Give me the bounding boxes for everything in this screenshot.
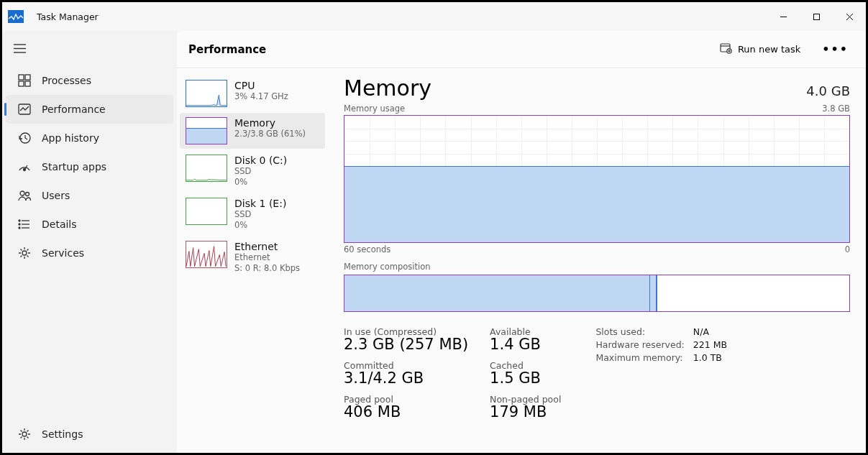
users-icon bbox=[17, 188, 32, 203]
more-options-button[interactable]: ••• bbox=[816, 40, 854, 59]
stat-value: 1.4 GB bbox=[490, 336, 561, 353]
mini-sub: 0% bbox=[234, 220, 286, 231]
sidebar-item-services[interactable]: Services bbox=[6, 239, 173, 267]
resource-list: CPU 3% 4.17 GHz Memory 2.3/3.8 GB (61%) bbox=[177, 68, 328, 453]
mini-title: Disk 1 (E:) bbox=[234, 198, 286, 209]
sidebar-item-processes[interactable]: Processes bbox=[6, 66, 173, 95]
window: Task Manager Processes Performance App h… bbox=[2, 2, 866, 453]
svg-rect-9 bbox=[25, 75, 30, 80]
stat-label: Slots used: bbox=[595, 326, 684, 337]
stat-label: Hardware reserved: bbox=[595, 339, 684, 350]
app-title: Task Manager bbox=[37, 12, 99, 22]
mini-sub: Ethernet bbox=[234, 252, 300, 263]
gear-icon bbox=[17, 246, 32, 260]
sidebar-item-label: Users bbox=[42, 190, 70, 201]
svg-point-23 bbox=[19, 227, 20, 229]
x-axis-left: 60 seconds bbox=[344, 244, 390, 254]
content-header: Performance Run new task ••• bbox=[177, 31, 866, 68]
titlebar: Task Manager bbox=[2, 2, 866, 31]
sidebar-item-users[interactable]: Users bbox=[6, 181, 173, 210]
stat-value: 3.1/4.2 GB bbox=[344, 369, 468, 387]
svg-point-15 bbox=[24, 169, 26, 171]
stat-value: N/A bbox=[693, 326, 727, 337]
svg-point-22 bbox=[19, 224, 20, 225]
maximize-button[interactable] bbox=[800, 5, 833, 28]
usage-max: 3.8 GB bbox=[822, 104, 850, 114]
app-icon bbox=[8, 10, 24, 23]
detail-title: Memory bbox=[344, 75, 431, 101]
svg-rect-10 bbox=[19, 81, 24, 86]
mini-title: CPU bbox=[234, 80, 288, 91]
memory-stats-right: Slots used: N/A Hardware reserved: 221 M… bbox=[595, 326, 727, 420]
svg-point-21 bbox=[19, 220, 20, 221]
svg-point-16 bbox=[20, 191, 24, 196]
mini-sub: SSD bbox=[234, 166, 287, 177]
disk1-mini-chart bbox=[186, 198, 227, 225]
sidebar-item-label: Processes bbox=[42, 75, 91, 86]
close-button[interactable] bbox=[833, 5, 866, 28]
resource-item-memory[interactable]: Memory 2.3/3.8 GB (61%) bbox=[180, 113, 325, 149]
mini-sub: 0% bbox=[234, 177, 287, 188]
stat-value: 179 MB bbox=[490, 403, 561, 420]
sidebar-item-details[interactable]: Details bbox=[6, 210, 173, 239]
svg-rect-11 bbox=[25, 81, 30, 86]
disk0-mini-chart bbox=[186, 155, 227, 182]
minimize-button[interactable] bbox=[767, 5, 800, 28]
gauge-icon bbox=[17, 160, 32, 174]
memory-usage-chart bbox=[344, 115, 850, 243]
mini-sub: SSD bbox=[234, 209, 286, 220]
cpu-mini-chart bbox=[186, 80, 227, 107]
hamburger-button[interactable] bbox=[2, 34, 37, 63]
performance-icon bbox=[17, 102, 32, 116]
svg-rect-2 bbox=[813, 14, 819, 19]
memory-stats-left: In use (Compressed) 2.3 GB (257 MB) Avai… bbox=[344, 326, 561, 420]
sidebar-item-label: Performance bbox=[42, 104, 106, 115]
mini-sub: 3% 4.17 GHz bbox=[234, 91, 288, 102]
sidebar-item-performance[interactable]: Performance bbox=[6, 95, 173, 124]
history-icon bbox=[17, 131, 32, 145]
resource-item-ethernet[interactable]: Ethernet Ethernet S: 0 R: 8.0 Kbps bbox=[180, 236, 325, 278]
sidebar-item-label: Services bbox=[42, 247, 84, 259]
memory-mini-chart bbox=[186, 117, 227, 144]
stat-value: 1.5 GB bbox=[490, 369, 561, 387]
resource-item-disk0[interactable]: Disk 0 (C:) SSD 0% bbox=[180, 150, 325, 192]
resource-item-disk1[interactable]: Disk 1 (E:) SSD 0% bbox=[180, 193, 325, 235]
ethernet-mini-chart bbox=[186, 241, 227, 268]
sidebar-item-startup-apps[interactable]: Startup apps bbox=[6, 152, 173, 181]
svg-point-17 bbox=[26, 193, 29, 196]
usage-label: Memory usage bbox=[344, 104, 405, 114]
memory-composition-chart bbox=[344, 275, 850, 312]
mini-sub: 2.3/3.8 GB (61%) bbox=[234, 129, 306, 139]
detail-pane: Memory 4.0 GB Memory usage 3.8 GB 60 sec… bbox=[328, 68, 866, 453]
svg-point-24 bbox=[22, 251, 27, 255]
mini-title: Disk 0 (C:) bbox=[234, 155, 287, 166]
mini-title: Memory bbox=[234, 117, 306, 129]
resource-item-cpu[interactable]: CPU 3% 4.17 GHz bbox=[180, 75, 325, 111]
mini-title: Ethernet bbox=[234, 241, 300, 252]
svg-point-25 bbox=[22, 432, 27, 436]
stat-value: 406 MB bbox=[344, 403, 468, 420]
stat-value: 221 MB bbox=[693, 339, 727, 350]
page-title: Performance bbox=[188, 43, 266, 56]
run-new-task-button[interactable]: Run new task bbox=[714, 40, 806, 59]
mini-sub: S: 0 R: 8.0 Kbps bbox=[234, 263, 300, 274]
window-controls bbox=[767, 5, 866, 28]
sidebar-item-label: Startup apps bbox=[42, 161, 106, 173]
sidebar-item-app-history[interactable]: App history bbox=[6, 124, 173, 152]
run-new-task-label: Run new task bbox=[738, 44, 800, 55]
svg-rect-8 bbox=[19, 75, 24, 80]
run-task-icon bbox=[720, 43, 732, 56]
sidebar-item-label: Settings bbox=[42, 428, 83, 440]
stat-value: 2.3 GB (257 MB) bbox=[344, 336, 468, 353]
content-pane: Performance Run new task ••• CPU bbox=[177, 31, 866, 453]
settings-icon bbox=[17, 427, 32, 441]
x-axis-right: 0 bbox=[845, 244, 850, 254]
stat-value: 1.0 TB bbox=[693, 352, 727, 363]
sidebar: Processes Performance App history Startu… bbox=[2, 31, 177, 453]
composition-label: Memory composition bbox=[344, 262, 850, 272]
sidebar-item-settings[interactable]: Settings bbox=[6, 420, 173, 449]
grid-icon bbox=[17, 73, 32, 88]
sidebar-item-label: App history bbox=[42, 132, 99, 144]
list-icon bbox=[17, 217, 32, 231]
detail-total: 4.0 GB bbox=[806, 83, 850, 98]
